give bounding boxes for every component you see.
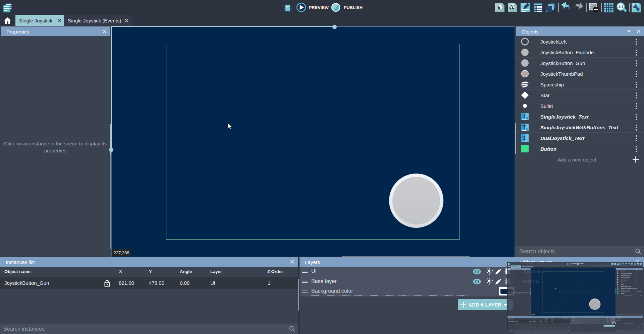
svg-text:x: x bbox=[526, 127, 528, 130]
svg-text:x: x bbox=[526, 137, 528, 141]
svg-text:x: x bbox=[526, 116, 528, 120]
svg-text:1:1: 1:1 bbox=[618, 5, 623, 9]
